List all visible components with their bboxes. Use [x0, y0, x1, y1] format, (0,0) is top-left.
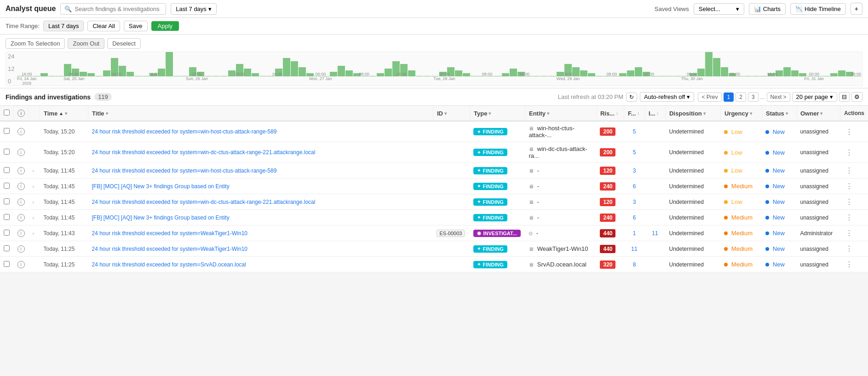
th-i[interactable]: I...↕ — [644, 106, 665, 121]
info-icon[interactable]: i — [17, 245, 25, 253]
deselect-button[interactable]: Deselect — [107, 38, 141, 49]
row-expand-cell[interactable] — [29, 142, 40, 163]
search-input[interactable] — [75, 6, 162, 12]
filter-icon[interactable]: ▾ — [489, 111, 491, 116]
row-expand-cell[interactable] — [29, 121, 40, 142]
th-entity[interactable]: Entity▾ — [525, 106, 596, 121]
th-title[interactable]: Title▾ — [88, 106, 433, 121]
filter-icon[interactable]: ▾ — [65, 111, 67, 116]
page-2-button[interactable]: 2 — [736, 93, 746, 102]
row-checkbox[interactable] — [4, 128, 10, 134]
page-1-button[interactable]: 1 — [724, 93, 734, 102]
expand-icon[interactable]: › — [33, 184, 34, 189]
zoom-out-button[interactable]: Zoom Out — [68, 38, 104, 49]
row-checkbox[interactable] — [4, 183, 10, 189]
row-checkbox[interactable] — [4, 245, 10, 251]
auto-refresh-button[interactable]: Auto-refresh off ▾ — [640, 92, 694, 102]
per-page-button[interactable]: 20 per page ▾ — [792, 92, 837, 102]
row-expand-cell[interactable]: › — [29, 226, 40, 241]
more-actions-button[interactable]: ⋮ — [844, 127, 855, 136]
more-actions-button[interactable]: ⋮ — [844, 148, 855, 157]
th-disposition[interactable]: Disposition▾ — [665, 106, 720, 121]
row-title[interactable]: 24 hour risk threshold exceeded for syst… — [88, 142, 433, 163]
row-checkbox[interactable] — [4, 149, 10, 155]
risk-badge: 120 — [600, 198, 615, 206]
page-3-button[interactable]: 3 — [748, 93, 759, 102]
refresh-button[interactable]: ↻ — [626, 93, 637, 102]
th-status[interactable]: Status▾ — [762, 106, 796, 121]
info-icon[interactable]: i — [17, 167, 25, 174]
info-icon[interactable]: i — [17, 230, 25, 237]
row-expand-cell[interactable] — [29, 257, 40, 272]
expand-icon[interactable]: › — [33, 200, 34, 205]
select-all-checkbox[interactable] — [4, 110, 10, 116]
row-expand-cell[interactable]: › — [29, 179, 40, 194]
more-actions-button[interactable]: ⋮ — [844, 213, 855, 222]
row-checkbox[interactable] — [4, 230, 10, 236]
settings-icon-button[interactable]: ⚙ — [851, 92, 862, 102]
th-checkbox[interactable] — [0, 106, 14, 121]
charts-button[interactable]: 📊 Charts — [749, 3, 786, 15]
filter-icon[interactable]: ▾ — [547, 111, 549, 116]
filter-icon[interactable]: ▾ — [444, 111, 447, 116]
expand-icon[interactable]: › — [33, 231, 34, 236]
row-title[interactable]: 24 hour risk threshold exceeded for syst… — [88, 121, 433, 142]
row-title[interactable]: [FB] [MOC] [AQ] New 3+ findings Group ba… — [88, 210, 433, 226]
info-icon[interactable]: i — [17, 261, 25, 268]
th-f[interactable]: F...↕ — [624, 106, 644, 121]
time-range-tag[interactable]: Last 7 days — [43, 21, 84, 31]
more-actions-button[interactable]: ⋮ — [844, 197, 855, 206]
th-type[interactable]: Type▾ — [470, 106, 525, 121]
zoom-to-selection-button[interactable]: Zoom To Selection — [6, 38, 65, 49]
row-title[interactable]: 24 hour risk threshold exceeded for syst… — [88, 257, 433, 272]
filter-icon[interactable]: ▾ — [750, 111, 752, 116]
layout-icon-button[interactable]: ⊟ — [839, 92, 850, 102]
row-title[interactable]: 24 hour risk threshold exceeded for syst… — [88, 226, 433, 241]
filter-icon[interactable]: ▾ — [786, 111, 788, 116]
row-title[interactable]: 24 hour risk threshold exceeded for syst… — [88, 194, 433, 210]
row-title[interactable]: 24 hour risk threshold exceeded for syst… — [88, 241, 433, 257]
row-checkbox[interactable] — [4, 198, 10, 204]
row-expand-cell[interactable]: › — [29, 163, 40, 179]
expand-icon[interactable]: › — [33, 168, 34, 174]
expand-icon[interactable]: › — [33, 215, 34, 220]
apply-button[interactable]: Apply — [151, 21, 179, 31]
more-actions-button[interactable]: ⋮ — [844, 244, 855, 253]
th-id[interactable]: ID▾ — [433, 106, 470, 121]
more-actions-button[interactable]: ⋮ — [844, 166, 855, 175]
more-actions-button[interactable]: ⋮ — [844, 260, 855, 269]
th-owner[interactable]: Owner▾ — [796, 106, 840, 121]
th-risk[interactable]: Ris...↕ — [596, 106, 624, 121]
hide-timeline-button[interactable]: 📉 Hide Timeline — [790, 3, 846, 15]
more-actions-button[interactable]: ⋮ — [844, 229, 855, 237]
date-range-button[interactable]: Last 7 days ▾ — [171, 3, 217, 15]
more-actions-button[interactable]: ⋮ — [844, 182, 855, 191]
info-icon[interactable]: i — [17, 149, 25, 156]
row-checkbox[interactable] — [4, 214, 10, 220]
row-title[interactable]: [FB] [MOC] [AQ] New 3+ findings Group ba… — [88, 179, 433, 194]
add-button[interactable]: + — [851, 3, 862, 15]
row-expand-cell[interactable]: › — [29, 194, 40, 210]
row-checkbox[interactable] — [4, 261, 10, 267]
row-checkbox[interactable] — [4, 167, 10, 173]
info-icon[interactable]: i — [17, 183, 25, 190]
th-urgency[interactable]: Urgency▾ — [720, 106, 762, 121]
row-expand-cell[interactable]: › — [29, 210, 40, 226]
filter-icon[interactable]: ▾ — [703, 111, 706, 116]
row-expand-cell[interactable] — [29, 241, 40, 257]
info-icon[interactable]: i — [17, 214, 25, 221]
info-icon[interactable]: i — [17, 198, 25, 206]
info-icon[interactable]: i — [17, 128, 25, 135]
row-f: 5 — [624, 121, 644, 142]
filter-icon[interactable]: ▾ — [106, 111, 108, 116]
filter-icon[interactable]: ▾ — [820, 111, 822, 116]
row-urgency: Low — [720, 163, 762, 179]
clear-all-button[interactable]: Clear All — [87, 21, 120, 31]
row-title[interactable]: 24 hour risk threshold exceeded for syst… — [88, 163, 433, 179]
save-button[interactable]: Save — [124, 21, 148, 31]
next-page-button[interactable]: Next > — [767, 93, 790, 102]
th-time[interactable]: Time▲▾ — [40, 106, 88, 121]
row-actions: ⋮ — [840, 142, 868, 163]
saved-views-select[interactable]: Select... ▾ — [694, 3, 744, 15]
prev-page-button[interactable]: < Prev — [698, 93, 721, 102]
